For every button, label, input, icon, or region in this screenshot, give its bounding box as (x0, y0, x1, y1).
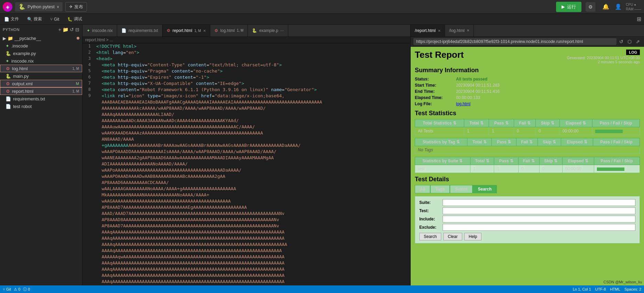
preview-tab-log[interactable]: /log.html ✕ (445, 25, 474, 36)
rf-col-skip[interactable]: Skip ⇅ (536, 119, 559, 127)
tab-inscode-nix[interactable]: ✦ inscode.nix (82, 25, 117, 36)
rf-col-by-tag[interactable]: Statistics by Tag ⇅ (415, 138, 467, 146)
rf-col-elapsed[interactable]: Elapsed ⇅ (559, 119, 592, 127)
preview-tab-label: /report.html (415, 28, 436, 33)
file-label: 文件 (11, 16, 19, 22)
code-line-b11: ADIAAAAAAAAAAAAAAAANoAAAAD/AAAA/ (82, 161, 410, 167)
tab-log-html[interactable]: ⚙ log.html 1, M (210, 25, 248, 36)
status-git[interactable]: ⑂ Git (3, 287, 11, 291)
rf-tag-col-skip[interactable]: Skip ⇅ (538, 138, 561, 146)
refresh-button[interactable]: ↺ (70, 27, 74, 32)
rf-suite-col-fail[interactable]: Fail ⇅ (518, 157, 539, 165)
preview-url-input[interactable] (413, 38, 617, 45)
new-file-button[interactable]: + (58, 27, 61, 32)
tab-close-button[interactable]: ✕ (203, 29, 206, 33)
preview-refresh-button[interactable]: ↺ (618, 38, 625, 45)
rf-tab-search[interactable]: Search (473, 185, 497, 193)
code-line-b12: wAAPoAAAAAAAAAAAAAAAAAAAAAAAAAAAAAAAAAAA… (82, 167, 410, 173)
search-menu[interactable]: 🔍 搜索 (26, 15, 43, 23)
git-menu[interactable]: ⑂ Git (49, 16, 60, 22)
collapse-button[interactable]: ⊟ (75, 27, 79, 32)
sidebar-item-main-py[interactable]: 🐍 main.py (0, 72, 82, 80)
preview-tab-report[interactable]: /report.html ✕ (411, 25, 445, 36)
rf-col-pass[interactable]: Pass ⇅ (489, 119, 514, 127)
rf-suite-col-elapsed[interactable]: Elapsed ⇅ (562, 157, 594, 165)
tab-example-p[interactable]: 🐍 example.p ··· (248, 25, 288, 36)
rf-col-fail[interactable]: Fail ⇅ (514, 119, 536, 127)
person-button[interactable]: 👤 (613, 2, 623, 11)
item-label: .inscode (11, 43, 28, 48)
rf-ago-label: 2 minutes 5 seconds ago (598, 60, 640, 64)
debug-menu[interactable]: 🐛 调试 (66, 15, 84, 23)
project-selector[interactable]: 🐍 Python pytest ∨ (15, 2, 63, 11)
rf-clear-button[interactable]: Clear (443, 233, 462, 240)
rf-col-total[interactable]: Total ⇅ (464, 119, 489, 127)
rf-tag-col-fail[interactable]: Fail ⇅ (516, 138, 537, 146)
app-logo: ◈ (3, 2, 12, 12)
preview-tab-close-button[interactable]: ✕ (438, 29, 441, 33)
rf-search-button[interactable]: Search (419, 233, 441, 240)
code-line-b24: AAAAqAAAAAAAAAAAAAAAAAAAAAAAAAAAAAAAAAAA… (82, 241, 410, 248)
tab-icon: 📄 (121, 28, 126, 33)
item-badge: 1, M (73, 89, 79, 93)
code-line-b19: AAAD/AAAD7AAAAAAAAAAAAAAAAAAAAAAAAAAAAAA… (82, 210, 410, 217)
sidebar-item-pycache[interactable]: ▶ 📁 __pycache__ (0, 34, 82, 42)
rf-tag-col-total[interactable]: Total ⇅ (467, 138, 492, 146)
rf-tab-all[interactable]: All (415, 185, 430, 193)
new-folder-button[interactable]: 📁 (63, 27, 68, 32)
rf-suite-col-pass[interactable]: Pass ⇅ (494, 157, 518, 165)
rf-suite-col-skip[interactable]: Skip ⇅ (539, 157, 562, 165)
sidebar-section-header: PYTHON + 📁 ↺ ⊟ (0, 25, 82, 34)
rf-value-start: 20230904 00:11:51.283 (456, 82, 640, 88)
status-errors[interactable]: ⚠ 0 (14, 287, 20, 292)
publish-button[interactable]: ✈ 发布 (65, 2, 87, 12)
preview-external-button[interactable]: ⇗ (634, 38, 641, 45)
preview-log-close-button[interactable]: ✕ (467, 29, 469, 32)
bell-button[interactable]: 🔔 (601, 2, 611, 11)
status-warnings[interactable]: ⓘ 0 (23, 287, 30, 292)
rf-suite-col-total[interactable]: Total ⇅ (470, 157, 494, 165)
editor-area: ✦ inscode.nix 📄 requirements.txt ⚙ repor… (82, 25, 410, 285)
file-icon: 🐍 (5, 51, 11, 56)
rf-search-row-include: Include: (419, 216, 635, 223)
rf-search-input-exclude[interactable] (443, 224, 635, 231)
project-icon: 🐍 (19, 3, 25, 10)
sidebar-section-actions: + 📁 ↺ ⊟ (58, 27, 79, 32)
rf-tab-tags[interactable]: Tags (430, 185, 450, 193)
sidebar-item-example-py[interactable]: 🐍 example.py (0, 50, 82, 57)
sidebar-item-report-html[interactable]: ⚙ report.html 1, M (0, 87, 82, 95)
tab-report-html[interactable]: ⚙ report.html 1, M ✕ (163, 25, 210, 36)
sidebar-item-test-robot[interactable]: 📄 test robot (0, 102, 82, 110)
sidebar-item-requirements-txt[interactable]: 📄 requirements.txt (0, 95, 82, 102)
code-line-b27: AAAqAAAAAAAAAAAAAAAAAAAAAAAAAAAAAAAAAAAA… (82, 260, 410, 266)
sidebar-item-log-html[interactable]: ⚙ log.html 1, M (0, 65, 82, 72)
rf-search-input-suite[interactable] (443, 199, 635, 206)
rf-tag-col-elapsed[interactable]: Elapsed ⇅ (561, 138, 593, 146)
rf-summary-row-start: Start Time: 20230904 00:11:51.283 (415, 82, 640, 88)
rf-col-total-stats[interactable]: Total Statistics ⇅ (415, 119, 464, 127)
run-button[interactable]: ▶ 运行 (556, 2, 581, 12)
rf-search-input-test[interactable] (443, 207, 635, 214)
preview-open-new-button[interactable]: ⬡ (626, 38, 633, 45)
file-icon: 📄 (4, 17, 9, 22)
sidebar-item-inscode-nix[interactable]: ✦ inscode.nix (0, 57, 82, 65)
rf-tag-col-pass[interactable]: Pass ⇅ (492, 138, 516, 146)
three-dots-icon: ··· (280, 28, 284, 33)
code-line-b4: AAAAAAAAwAADcAAAA3AAAANwAADcAAAA4AAAAAAA… (82, 118, 410, 124)
rf-help-button[interactable]: Help (464, 233, 482, 240)
preview-iframe[interactable]: Test Report LOG Generated: 20230904 00:1… (411, 47, 644, 285)
dot-icon (77, 37, 79, 40)
rf-label-status: Status: (415, 76, 456, 82)
settings-button[interactable]: ⚙ (586, 2, 596, 12)
rf-search-input-include[interactable] (443, 216, 635, 223)
code-editor[interactable]: 1 <!DOCTYPE html> 2 <html lang="en"> 3 <… (82, 43, 410, 285)
code-line-b20: AP8AAAD8AAAAAAAAAAAAAAAAAAAAAAAAAAAAAAAA… (82, 217, 410, 223)
tab-requirements-txt[interactable]: 📄 requirements.txt (117, 25, 163, 36)
rf-tab-suites[interactable]: Suites (450, 185, 473, 193)
file-menu[interactable]: 📄 文件 (3, 15, 20, 23)
sidebar-item-inscode[interactable]: ✦ .inscode (0, 42, 82, 50)
rf-col-by-suite[interactable]: Statistics by Suite ⇅ (415, 157, 470, 165)
sidebar-item-output-xml[interactable]: ⚙ output.xml M (0, 80, 82, 87)
layout-toggle-button[interactable]: ⊞ (637, 16, 641, 22)
rf-log-link[interactable]: log.html (456, 101, 470, 106)
